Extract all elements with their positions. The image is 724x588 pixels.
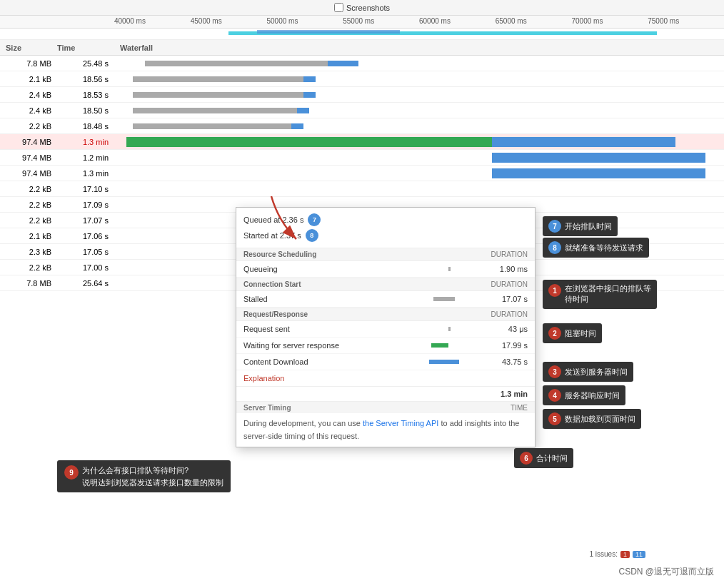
- wf-blue-bar: [492, 137, 675, 147]
- bar-content-download: [429, 358, 472, 365]
- main-container: Screenshots 40000 ms 45000 ms 50000 ms 5…: [0, 0, 724, 588]
- issues-bar: 1 issues: 1 11: [590, 550, 646, 558]
- table-row[interactable]: 7.8 MB 25.48 s: [0, 56, 724, 71]
- badge-5: 5: [548, 412, 561, 425]
- wf-blue-bar: [291, 123, 303, 129]
- annotation-text-8: 就绪准备等待发送请求: [565, 243, 643, 253]
- time-label-5: 65000 ms: [496, 17, 527, 25]
- cell-waterfall: [114, 134, 724, 149]
- annotation-5: 5 数据加载到页面时间: [543, 409, 641, 429]
- cell-time: 17.09 s: [57, 201, 114, 209]
- table-row[interactable]: 97.4 MB 1.2 min: [0, 150, 724, 166]
- table-header: Size Time Waterfall: [0, 40, 724, 56]
- badge-7: 7: [548, 220, 561, 233]
- cell-time: 18.53 s: [57, 91, 114, 99]
- explanation-row: Explanation: [236, 370, 535, 386]
- time-axis: 40000 ms 45000 ms 50000 ms 55000 ms 6000…: [114, 16, 724, 28]
- issues-red-badge: 1: [620, 551, 630, 558]
- section-header-connection: Connection Start DURATION: [236, 278, 535, 291]
- screenshots-label[interactable]: Screenshots: [334, 3, 390, 12]
- row-stalled: Stalled 17.07 s: [236, 291, 535, 308]
- annotation-2: 2 阻塞时间: [543, 323, 602, 343]
- table-row-highlighted[interactable]: 97.4 MB 1.3 min: [0, 134, 724, 150]
- cell-size: 2.2 kB: [0, 216, 57, 225]
- badge-3: 3: [548, 365, 561, 378]
- wf-blue-bar: [492, 153, 705, 163]
- row-waiting: Waiting for server response 17.99 s: [236, 338, 535, 354]
- server-timing-title-row: Server Timing TIME: [243, 404, 528, 412]
- screenshots-checkbox[interactable]: [334, 3, 343, 12]
- total-value: 1.3 min: [501, 390, 528, 398]
- timing-popup: Queued at 2.36 s 7 Started at 2.37 s 8 R…: [236, 207, 536, 447]
- cell-time: 25.64 s: [57, 279, 114, 288]
- bar-queueing-visual: [448, 267, 451, 271]
- popup-header: Queued at 2.36 s 7 Started at 2.37 s 8: [236, 208, 535, 248]
- annotation-text-9: 为什么会有接口排队等待时间?说明达到浏览器发送请求接口数量的限制: [82, 465, 223, 488]
- time-label-2: 50000 ms: [267, 17, 298, 25]
- table-row[interactable]: 2.1 kB 18.56 s: [0, 71, 724, 87]
- annotation-text-6: 合计时间: [536, 453, 568, 464]
- server-timing-header-section: Server Timing TIME: [236, 401, 535, 413]
- cell-time: 17.05 s: [57, 248, 114, 256]
- annotation-text-5: 数据加载到页面时间: [565, 414, 635, 425]
- started-badge: 8: [306, 229, 318, 242]
- bar-request-sent-visual: [448, 327, 451, 331]
- section-title-resource: Resource Scheduling: [243, 250, 316, 258]
- cell-size: 97.4 MB: [0, 169, 57, 178]
- annotation-8: 8 就绪准备等待发送请求: [543, 238, 649, 258]
- table-row[interactable]: 97.4 MB 1.3 min: [0, 166, 724, 181]
- wf-gray-bar: [133, 108, 298, 113]
- bar-waiting-visual: [431, 343, 448, 348]
- cell-size: 2.3 kB: [0, 248, 57, 256]
- time-label-4: 60000 ms: [419, 17, 451, 25]
- annotation-3: 3 发送到服务器时间: [543, 362, 633, 382]
- time-label-3: 55000 ms: [343, 17, 374, 25]
- wf-blue-bar: [328, 61, 358, 66]
- total-row: 1.3 min: [236, 386, 535, 401]
- queued-row: Queued at 2.36 s 7: [243, 212, 528, 228]
- row-label-stalled: Stalled: [243, 295, 423, 303]
- table-row[interactable]: 2.4 kB 18.53 s: [0, 87, 724, 103]
- row-label-queueing: Queueing: [243, 265, 423, 273]
- badge-9: 9: [64, 465, 79, 480]
- time-label-6: 70000 ms: [572, 17, 603, 25]
- top-bar: Screenshots: [0, 0, 724, 16]
- cell-waterfall: [114, 150, 724, 165]
- badge-6: 6: [520, 452, 533, 465]
- duration-queueing: 1.90 ms: [478, 265, 528, 273]
- annotation-text-4: 服务器响应时间: [565, 390, 620, 401]
- time-label-1: 45000 ms: [191, 17, 222, 25]
- table-row[interactable]: 2.4 kB 18.50 s: [0, 103, 724, 118]
- table-row[interactable]: 2.2 kB 18.48 s: [0, 118, 724, 134]
- explanation-link[interactable]: Explanation: [243, 374, 285, 382]
- cell-waterfall: [114, 118, 724, 133]
- cell-time: 17.07 s: [57, 216, 114, 225]
- duration-waiting: 17.99 s: [478, 341, 528, 350]
- cell-size: 2.1 kB: [0, 75, 57, 83]
- annotation-text-1: 在浏览器中接口的排队等待时间: [565, 283, 651, 305]
- cell-waterfall: [114, 103, 724, 118]
- time-label-7: 75000 ms: [648, 17, 679, 25]
- cell-size: 2.4 kB: [0, 106, 57, 115]
- queued-label: Queued at 2.36 s: [243, 216, 303, 224]
- server-timing-link[interactable]: the Server Timing API: [363, 419, 438, 427]
- cell-time: 18.48 s: [57, 122, 114, 131]
- cell-size: 2.2 kB: [0, 263, 57, 272]
- table-row[interactable]: 2.2 kB 17.10 s: [0, 181, 724, 197]
- cell-time: 1.2 min: [57, 153, 114, 162]
- header-time: Time: [57, 44, 114, 52]
- cell-size: 7.8 MB: [0, 59, 57, 68]
- badge-8: 8: [548, 241, 561, 254]
- bar-waiting: [429, 342, 472, 349]
- annotation-4: 4 服务器响应时间: [543, 385, 625, 405]
- bar-stalled: [429, 295, 472, 303]
- badge-4: 4: [548, 389, 561, 402]
- cell-size: 7.8 MB: [0, 279, 57, 288]
- timeline-header: 40000 ms 45000 ms 50000 ms 55000 ms 6000…: [0, 16, 724, 29]
- bar-stalled-visual: [433, 297, 455, 301]
- bar-queueing: [429, 265, 472, 273]
- cell-time: 17.06 s: [57, 232, 114, 240]
- wf-gray-bar: [133, 76, 303, 82]
- cell-size: 2.1 kB: [0, 232, 57, 240]
- issues-label: 1 issues:: [590, 550, 618, 558]
